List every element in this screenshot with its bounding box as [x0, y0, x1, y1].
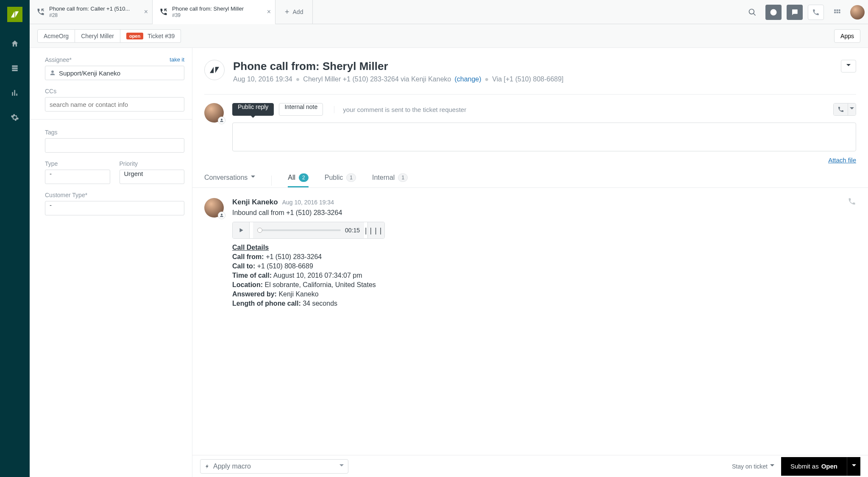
breadcrumb-ticket[interactable]: open Ticket #39 [120, 29, 181, 43]
value: 34 seconds [303, 300, 337, 307]
chevron-down-icon [770, 463, 774, 470]
take-it-link[interactable]: take it [170, 56, 184, 63]
chat-button[interactable] [787, 5, 803, 20]
breadcrumb-bar: AcmeOrg Cheryl Miller open Ticket #39 Ap… [30, 24, 868, 48]
ticket-requester-via: Cheryl Miller +1 (510) 283-3264 via Kenj… [303, 75, 451, 83]
add-tab-label: Add [293, 8, 303, 15]
chat-x-icon [791, 8, 798, 16]
tab-ticket-28[interactable]: Phone call from: Caller +1 (510... #28 × [30, 0, 153, 24]
incoming-call-icon [36, 8, 45, 16]
play-button[interactable] [233, 222, 250, 238]
event-time: Aug 10, 2016 19:34 [282, 199, 334, 206]
waveform-button[interactable]: ||||| [367, 222, 384, 238]
chevron-down-icon [846, 62, 851, 70]
home-icon [11, 39, 19, 48]
chevron-down-icon [251, 174, 255, 181]
apps-button[interactable]: Apps [834, 29, 860, 43]
nav-rail [0, 0, 30, 477]
assignee-field[interactable]: Support/Kenji Kaneko [45, 66, 184, 80]
waveform-icon: ||||| [364, 226, 385, 234]
priority-label: Priority [120, 160, 138, 167]
count-badge: 1 [398, 173, 408, 182]
search-icon [748, 8, 757, 17]
agent-badge-icon [218, 212, 225, 219]
priority-select[interactable]: Urgent [120, 170, 185, 184]
tab-title: Phone call from: Caller +1 (510... [49, 6, 130, 12]
count-badge: 2 [299, 173, 309, 182]
zendesk-icon [210, 67, 219, 73]
submit-button[interactable]: Submit as Open [781, 457, 847, 476]
breadcrumb-requester[interactable]: Cheryl Miller [75, 29, 120, 43]
chevron-down-icon [339, 463, 344, 470]
stay-on-ticket-dropdown[interactable]: Stay on ticket [732, 463, 774, 470]
type-select[interactable]: - [45, 170, 110, 184]
assignee-value: Support/Kenji Kaneko [59, 70, 120, 77]
phone-icon [837, 106, 844, 113]
tab-all[interactable]: All 2 [288, 173, 308, 187]
label: Length of phone call: [232, 300, 301, 307]
divider [271, 176, 272, 186]
breadcrumb-ticket-label: Ticket #39 [147, 33, 175, 39]
internal-note-tab[interactable]: Internal note [279, 103, 323, 116]
assignee-label: Assignee* [45, 56, 72, 63]
value: +1 (510) 808-6689 [257, 262, 313, 270]
cc-input[interactable] [45, 97, 184, 112]
cc-label: CCs [45, 88, 56, 95]
brand-logo [7, 7, 22, 22]
seek-slider[interactable] [257, 229, 341, 231]
reply-textarea[interactable] [232, 123, 856, 151]
submit-dropdown[interactable] [847, 457, 860, 476]
attach-file-link[interactable]: Attach file [828, 156, 856, 164]
breadcrumb-org[interactable]: AcmeOrg [37, 29, 75, 43]
gear-icon [11, 113, 19, 122]
ticket-footer: Apply macro Stay on ticket Submit as Ope… [192, 455, 868, 477]
ticket-options-dropdown[interactable] [841, 60, 856, 73]
value: August 10, 2016 07:34:07 pm [273, 272, 362, 279]
tab-sub: #39 [172, 12, 244, 18]
tab-title: Phone call from: Sheryl Miller [172, 6, 244, 12]
tags-input[interactable] [45, 138, 184, 153]
tab-internal[interactable]: Internal 1 [372, 173, 408, 187]
play-icon [238, 227, 244, 233]
recent-button[interactable] [765, 5, 782, 20]
nav-views[interactable] [0, 56, 30, 81]
conversation-filter-tabs: Conversations All 2 Public 1 [204, 173, 856, 187]
customer-type-label: Customer Type* [45, 192, 87, 198]
plus-icon: + [285, 8, 289, 17]
ticket-header: Phone call from: Sheryl Miller Aug 10, 2… [204, 48, 856, 95]
nav-admin[interactable] [0, 105, 30, 130]
tab-conversations[interactable]: Conversations [204, 174, 255, 187]
change-link[interactable]: (change) [454, 75, 481, 83]
nav-home[interactable] [0, 31, 30, 56]
event-author: Kenji Kaneko [232, 198, 278, 206]
add-tab-button[interactable]: + Add [275, 0, 313, 24]
tab-sub: #28 [49, 12, 130, 18]
dot-separator: ● [296, 75, 300, 83]
bolt-icon [205, 463, 210, 469]
close-icon[interactable]: × [144, 8, 148, 16]
profile-avatar[interactable] [850, 5, 865, 20]
close-icon[interactable]: × [267, 8, 271, 16]
channel-avatar [204, 60, 225, 80]
phone-button[interactable] [808, 5, 824, 20]
customer-type-select[interactable]: - [45, 201, 184, 215]
public-reply-tab[interactable]: Public reply [232, 103, 274, 116]
incoming-call-icon [159, 8, 168, 16]
tab-ticket-39[interactable]: Phone call from: Sheryl Miller #39 × [153, 0, 275, 24]
label: Call to: [232, 262, 255, 270]
nav-reports[interactable] [0, 81, 30, 105]
breadcrumb: AcmeOrg Cheryl Miller open Ticket #39 [37, 29, 181, 43]
ticket-title: Phone call from: Sheryl Miller [233, 60, 564, 73]
tab-public[interactable]: Public 1 [325, 173, 356, 187]
search-button[interactable] [744, 5, 760, 20]
apply-macro-dropdown[interactable]: Apply macro [200, 459, 348, 474]
ticket-timestamp: Aug 10, 2016 19:34 [233, 75, 292, 83]
count-badge: 1 [346, 173, 356, 182]
value: +1 (510) 283-3264 [266, 253, 322, 260]
call-dropdown[interactable] [833, 103, 856, 116]
conversation-event: Kenji Kaneko Aug 10, 2016 19:34 Inbound … [204, 188, 856, 318]
agent-avatar [204, 103, 224, 123]
reports-icon [11, 89, 19, 97]
apps-grid-button[interactable] [829, 5, 845, 20]
agent-avatar [204, 198, 224, 218]
